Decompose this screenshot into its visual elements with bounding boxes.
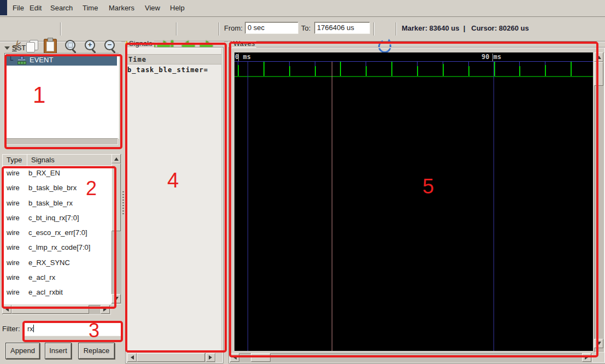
toolbar: ✂ + − ↶ From: 0 sec To: 1766406 us Marke…	[0, 17, 605, 42]
event-pulse	[545, 65, 546, 76]
event-signal-baseline	[234, 76, 593, 77]
toolbar-separator	[219, 22, 219, 36]
menu-time[interactable]: Time	[81, 0, 99, 16]
scroll-down-button[interactable]	[111, 294, 121, 303]
scroll-thumb[interactable]	[11, 305, 89, 314]
waves-hscrollbar[interactable]	[230, 353, 592, 363]
column-header-signals[interactable]: Signals	[27, 154, 116, 167]
sst-label: SST	[12, 44, 26, 52]
scroll-up-button[interactable]	[111, 154, 121, 163]
replace-button[interactable]: Replace	[78, 343, 115, 359]
insert-button[interactable]: Insert	[45, 343, 72, 359]
scroll-left-button[interactable]	[127, 353, 137, 362]
time-header: Time	[126, 54, 221, 64]
toolbar-separator	[396, 22, 396, 36]
menu-bar: File Edit Search Time Markers View Help	[0, 0, 605, 17]
menu-file[interactable]: File	[11, 0, 25, 16]
scroll-right-button[interactable]	[206, 353, 215, 362]
scroll-right-button[interactable]	[101, 305, 110, 314]
zoom-in-icon[interactable]: +	[85, 40, 95, 50]
timeline-ruler-line	[234, 61, 593, 62]
event-pulse	[417, 66, 418, 76]
filter-input[interactable]: rx	[24, 321, 121, 336]
scroll-right-button[interactable]	[582, 353, 591, 362]
signals-frame-title: Signals	[127, 39, 154, 48]
menu-markers[interactable]: Markers	[108, 0, 136, 16]
event-pulse	[468, 66, 469, 76]
event-pulse	[443, 64, 444, 76]
scroll-thumb[interactable]	[111, 163, 121, 231]
menu-search[interactable]: Search	[49, 0, 74, 16]
hierarchy-icon	[17, 56, 26, 64]
wave-canvas[interactable]: 0 ms 90 ms	[234, 52, 593, 351]
waves-frame-title: Waves	[232, 39, 256, 48]
marker-time: Marker: 83640 us	[402, 24, 460, 32]
text-caret	[33, 325, 34, 332]
event-pulse	[366, 66, 367, 76]
ruler-tick	[492, 54, 493, 61]
from-input[interactable]: 0 sec	[245, 22, 298, 34]
tree-item-label: EVENT	[30, 55, 53, 66]
signal-row[interactable]: wirec_esco_rx_err[7:0]	[2, 225, 112, 240]
window-corner-block	[0, 0, 7, 15]
event-pulse	[238, 65, 239, 76]
ruler-label-90ms: 90 ms	[481, 53, 501, 61]
scroll-thumb[interactable]	[251, 353, 271, 362]
pane-divider[interactable]	[121, 42, 125, 364]
waves-vscrollbar[interactable]	[594, 52, 604, 353]
grid-vline	[248, 62, 248, 351]
sst-tree: └ EVENT	[4, 53, 119, 139]
copy-icon[interactable]	[26, 40, 40, 52]
toolbar-separator	[373, 22, 374, 36]
ruler-tick	[238, 54, 239, 61]
marker-line[interactable]	[332, 62, 332, 351]
zoom-fit-icon[interactable]	[65, 40, 75, 50]
signal-list: wireb_RX_EN wireb_task_ble_brx wireb_tas…	[2, 166, 112, 304]
event-pulse	[289, 66, 290, 76]
scroll-thumb[interactable]	[594, 62, 603, 86]
to-input[interactable]: 1766406 us	[314, 22, 370, 34]
menu-edit[interactable]: Edit	[28, 0, 43, 16]
filter-label: Filter:	[2, 325, 20, 333]
tree-hscrollbar-trough[interactable]	[5, 138, 118, 145]
signal-row[interactable]: wireb_RX_EN	[2, 166, 112, 180]
menu-help[interactable]: Help	[169, 0, 186, 16]
pane-divider[interactable]	[224, 42, 228, 364]
scroll-left-button[interactable]	[2, 305, 11, 314]
sst-expander-icon[interactable]	[4, 46, 10, 52]
grid-vline	[494, 62, 494, 351]
gtkwave-window: File Edit Search Time Markers View Help …	[0, 0, 605, 364]
ruler-label-start: 0 ms	[235, 53, 251, 61]
scroll-left-button[interactable]	[230, 353, 239, 362]
cursor-time: Cursor: 80260 us	[471, 24, 529, 32]
event-pulse	[571, 62, 572, 76]
signals-pane[interactable]: Time b_task_ble_stimer=	[126, 48, 221, 352]
signal-row[interactable]: wireb_task_ble_rx	[2, 196, 112, 210]
toolbar-separator	[60, 22, 61, 36]
signal-row[interactable]: wiree_acl_rxbit	[2, 285, 112, 300]
event-pulse	[340, 62, 341, 76]
append-button[interactable]: Append	[5, 343, 40, 359]
signal-row[interactable]: wirec_bt_inq_rx[7:0]	[2, 210, 112, 225]
signal-row[interactable]: wiree_RX_SYNC	[2, 255, 112, 270]
tree-branch-glyph: └	[8, 55, 13, 66]
event-pulse	[519, 66, 520, 76]
paste-icon[interactable]	[44, 39, 57, 54]
signal-name-row[interactable]: b_task_ble_stimer=	[127, 66, 221, 74]
tree-item-event[interactable]: └ EVENT	[5, 55, 117, 66]
event-pulse	[315, 66, 316, 76]
scroll-down-button[interactable]	[594, 339, 603, 348]
signal-row[interactable]: wiree_acl_rx	[2, 270, 112, 285]
event-pulse	[494, 62, 495, 76]
scroll-up-button[interactable]	[594, 52, 603, 62]
event-pulse	[263, 62, 265, 76]
from-label: From:	[224, 24, 243, 32]
pane-grip-horizontal[interactable]	[50, 148, 78, 149]
menu-view[interactable]: View	[144, 0, 161, 16]
event-pulse	[391, 62, 392, 76]
to-label: To:	[301, 24, 310, 32]
signal-row[interactable]: wirec_lmp_rx_code[7:0]	[2, 240, 112, 255]
signal-row[interactable]: wireb_task_ble_brx	[2, 180, 112, 195]
zoom-out-icon[interactable]: −	[104, 40, 115, 50]
scroll-thumb[interactable]	[137, 353, 205, 362]
